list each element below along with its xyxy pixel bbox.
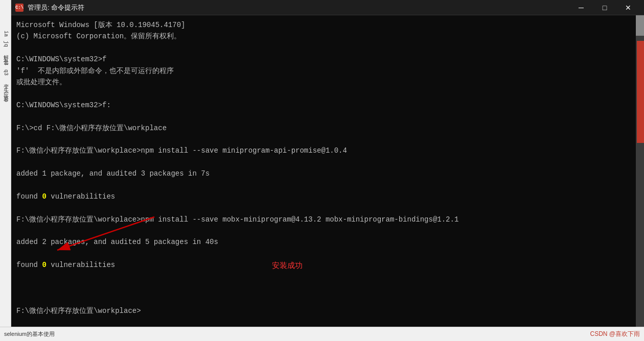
- terminal-line-1: Microsoft Windows [版本 10.0.19045.4170]: [16, 19, 639, 31]
- terminal-line-17: [16, 202, 639, 213]
- terminal-line-16: found 0 vulnerabilities: [16, 191, 639, 202]
- close-button[interactable]: ✕: [616, 0, 640, 15]
- terminal-line-2: (c) Microsoft Corporation。保留所有权利。: [16, 31, 639, 42]
- terminal-line-19: [16, 225, 639, 236]
- left-sidebar: ia jq 解 全 q3 q3 变 头 应 新 so: [0, 0, 11, 341]
- terminal-line-7: [16, 88, 639, 99]
- terminal-line-18: F:\微信小程序存放位置\workplace>npm install --sav…: [16, 214, 639, 225]
- maximize-button[interactable]: □: [593, 0, 616, 15]
- terminal-line-22: found 0 vulnerabilities 安装成功: [16, 259, 639, 294]
- taskbar-right-text: CSDN @喜欢下雨: [590, 330, 640, 338]
- zero-highlight-2: 0: [42, 261, 46, 269]
- terminal-line-12: F:\微信小程序存放位置\workplace>npm install --sav…: [16, 145, 639, 156]
- terminal-line-10: F:\>cd F:\微信小程序存放位置\workplace: [16, 123, 639, 134]
- terminal-line-24: F:\微信小程序存放位置\workplace>: [16, 305, 639, 316]
- terminal-line-15: [16, 179, 639, 190]
- terminal-line-8: C:\WINDOWS\system32>f:: [16, 100, 639, 111]
- sidebar-text-1: ia: [3, 31, 9, 37]
- sidebar-text-11: so: [3, 96, 9, 102]
- terminal-line-23: [16, 294, 639, 305]
- cmd-icon: C:\: [15, 4, 24, 12]
- terminal-line-5: 'f' 不是内部或外部命令，也不是可运行的程序: [16, 65, 639, 77]
- terminal-line-13: [16, 157, 639, 168]
- terminal-line-14: added 1 package, and audited 3 packages …: [16, 168, 639, 179]
- red-accent-bar: [637, 41, 644, 143]
- sidebar-text-5: q3: [3, 59, 9, 65]
- minimize-button[interactable]: ─: [569, 0, 593, 15]
- scrollbar-thumb[interactable]: [636, 15, 644, 36]
- taskbar: selenium的基本使用 CSDN @喜欢下雨: [0, 327, 644, 341]
- terminal-line-20: added 2 packages, and audited 5 packages…: [16, 236, 639, 248]
- sidebar-text-6: q3: [3, 69, 9, 76]
- title-bar: C:\ 管理员: 命令提示符 ─ □ ✕: [11, 0, 644, 15]
- terminal-line-21: [16, 248, 639, 259]
- terminal-line-4: C:\WINDOWS\system32>f: [16, 54, 639, 65]
- cmd-window: C:\ 管理员: 命令提示符 ─ □ ✕ Microsoft Windows […: [11, 0, 644, 327]
- sidebar-text-2: jq: [3, 41, 9, 47]
- terminal-line-11: [16, 134, 639, 145]
- terminal-line-9: [16, 111, 639, 122]
- success-label: 安装成功: [272, 259, 303, 272]
- terminal-line-3: [16, 42, 639, 54]
- window-controls[interactable]: ─ □ ✕: [569, 0, 640, 15]
- terminal-line-6: 或批处理文件。: [16, 77, 639, 88]
- window-title: 管理员: 命令提示符: [28, 3, 569, 12]
- terminal-content: Microsoft Windows [版本 10.0.19045.4170] (…: [11, 15, 644, 327]
- taskbar-left-text: selenium的基本使用: [4, 330, 590, 338]
- zero-highlight-1: 0: [42, 192, 46, 201]
